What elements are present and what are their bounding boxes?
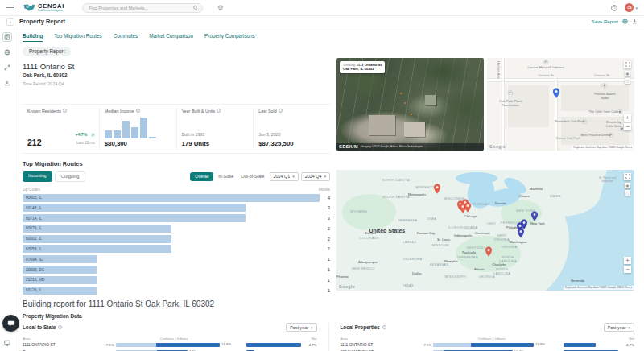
- download-icon[interactable]: [632, 19, 638, 24]
- search-box[interactable]: [82, 3, 203, 13]
- migration-row[interactable]: 07094, NJ1: [23, 255, 330, 263]
- trend-up-icon: [91, 133, 95, 137]
- gear-icon[interactable]: [217, 4, 223, 11]
- zoom-out-button[interactable]: −: [624, 266, 631, 273]
- net-cell: 4.7%: [246, 343, 317, 347]
- info-icon[interactable]: [279, 109, 283, 113]
- migration-row[interactable]: 60714, IL3: [23, 214, 330, 222]
- zip-bar[interactable]: 20008, DC: [23, 266, 97, 274]
- street-map[interactable]: Ontario StOntario StHarlem AveLauren Mar…: [487, 58, 634, 151]
- poi-label[interactable]: Encore by Little Gem: [604, 121, 625, 129]
- poi-label[interactable]: Oak Park Place Townhomes: [499, 100, 522, 108]
- report-type-chip[interactable]: Property Report: [23, 47, 71, 56]
- zip-bar[interactable]: 60126, IL: [23, 287, 97, 295]
- us-migration-map[interactable]: United StatesMinneapolisChicagoKansas Ci…: [336, 170, 634, 291]
- poi-label[interactable]: The Little Gem Cafe: [588, 110, 618, 114]
- migration-row[interactable]: 20008, DC1: [23, 266, 330, 274]
- toggle-outgoing[interactable]: Outgoing: [55, 171, 86, 182]
- tab-building[interactable]: Building: [23, 33, 43, 42]
- migration-pin-blue[interactable]: [531, 211, 539, 221]
- account-menu[interactable]: CS: [625, 3, 638, 12]
- brand-logo[interactable]: CENSAI Real Estate Intelligence: [23, 3, 64, 13]
- migration-pin-blue[interactable]: [518, 228, 525, 238]
- migration-row[interactable]: 60126, IL1: [23, 287, 330, 295]
- migration-row[interactable]: 60558, IL2: [23, 245, 330, 253]
- map-layers-icon[interactable]: ▣: [625, 71, 630, 76]
- property-pin-icon[interactable]: [553, 88, 560, 98]
- property-city: Oak Park, IL 60302: [23, 72, 330, 78]
- quarter-from-select[interactable]: 2024 Q1: [270, 172, 299, 181]
- tab-market-comparison[interactable]: Market Comparison: [149, 33, 193, 42]
- fullscreen-button[interactable]: [624, 173, 631, 180]
- toggle-incoming[interactable]: Incoming: [23, 171, 52, 182]
- migration-row[interactable]: 60076, IL2: [23, 225, 330, 233]
- migration-pin-red[interactable]: [434, 184, 441, 194]
- zip-bar[interactable]: 21218, MD: [23, 276, 97, 284]
- aerial-3d-map[interactable]: Viewing 1111 Ontario St Oak Park, IL 603…: [336, 58, 484, 151]
- menu-icon[interactable]: [6, 6, 14, 10]
- moves-value: 3: [320, 216, 330, 221]
- fullscreen-button[interactable]: [624, 61, 631, 68]
- map-layers-icon[interactable]: ▣: [625, 183, 630, 188]
- viewing-overlay: Viewing 1111 Ontario St Oak Park, IL 603…: [340, 61, 385, 74]
- table-row[interactable]: 1111 ONTARIO ST7.1%11.8%4.7%: [23, 343, 317, 347]
- info-icon[interactable]: [217, 109, 221, 113]
- timeframe-select[interactable]: Past year: [604, 323, 634, 332]
- info-icon[interactable]: [58, 325, 62, 329]
- tab-commutes[interactable]: Commutes: [114, 33, 138, 42]
- scope-out-of-state[interactable]: Out-of-State: [238, 172, 266, 180]
- migration-row[interactable]: 21218, MD1: [23, 276, 330, 284]
- migration-row[interactable]: 60005, IL4: [23, 194, 330, 202]
- migration-pin-red[interactable]: [464, 202, 471, 213]
- zip-bar[interactable]: 60076, IL: [23, 225, 171, 233]
- migration-row[interactable]: 60002, IL2: [23, 235, 330, 243]
- quarter-to-select[interactable]: 2024 Q4: [301, 172, 330, 181]
- direction-toggle: IncomingOutgoing: [23, 171, 85, 182]
- migration-row[interactable]: 60148, IL3: [23, 204, 330, 212]
- rail-item-routes[interactable]: [2, 63, 12, 72]
- poi-label[interactable]: Petrizio Baletti Salon: [590, 93, 620, 101]
- zoom-out-button[interactable]: −: [624, 123, 631, 130]
- poi-label[interactable]: Best Practice Dental: [581, 134, 611, 138]
- tab-top-migration-routes[interactable]: Top Migration Routes: [54, 33, 102, 42]
- scope-overall[interactable]: Overall: [190, 172, 213, 181]
- poi-label[interactable]: Rotary Oak Park: [556, 137, 580, 141]
- pegman-icon[interactable]: ▢: [625, 190, 630, 196]
- timeframe-select[interactable]: Past year: [286, 323, 316, 332]
- zoom-in-button[interactable]: +: [624, 257, 631, 264]
- avatar[interactable]: CS: [625, 3, 634, 12]
- rail-item-globe[interactable]: [2, 47, 12, 57]
- globe-icon[interactable]: [622, 19, 628, 24]
- help-icon[interactable]: [611, 5, 617, 11]
- info-icon[interactable]: [382, 325, 386, 329]
- pegman-icon[interactable]: ▢: [625, 78, 630, 84]
- map-attribution[interactable]: Keyboard shortcuts Map data ©2025 Google…: [564, 286, 634, 290]
- chat-widget-button[interactable]: [2, 315, 19, 332]
- save-report-button[interactable]: Save Report: [592, 19, 618, 24]
- search-icon[interactable]: [193, 6, 198, 10]
- poi-marker-icon[interactable]: [544, 60, 548, 64]
- rail-item-monitor[interactable]: [2, 338, 12, 348]
- map-attribution[interactable]: Keyboard shortcuts Map data ©2025 Google…: [572, 146, 634, 150]
- info-icon[interactable]: [63, 109, 67, 113]
- collapse-panel-button[interactable]: [6, 18, 14, 26]
- zip-bar[interactable]: 60714, IL: [23, 214, 246, 222]
- info-icon[interactable]: [136, 109, 140, 113]
- migration-pin-red[interactable]: [485, 246, 492, 257]
- tab-property-comparisons[interactable]: Property Comparisons: [204, 33, 255, 42]
- zip-bar[interactable]: 60148, IL: [23, 204, 246, 212]
- zoom-in-button[interactable]: +: [624, 114, 631, 122]
- scope-in-state[interactable]: In-State: [216, 172, 236, 180]
- poi-marker-icon[interactable]: [603, 84, 607, 88]
- poi-marker-icon[interactable]: [509, 91, 513, 95]
- zip-bar[interactable]: 60002, IL: [23, 235, 171, 243]
- table-row[interactable]: 1111 ONTARIO ST7.1%11.8%4.7%: [341, 343, 635, 347]
- zip-bar[interactable]: 60005, IL: [23, 194, 320, 202]
- poi-label[interactable]: Brookdale Oak Park: [555, 120, 584, 124]
- rail-item-report[interactable]: [2, 32, 12, 42]
- poi-label[interactable]: Lauren Marshall Interiors: [528, 66, 564, 70]
- zip-bar[interactable]: 07094, NJ: [23, 255, 97, 263]
- zip-bar[interactable]: 60558, IL: [23, 245, 171, 253]
- search-input[interactable]: [87, 5, 193, 11]
- rail-item-downloads[interactable]: [2, 78, 12, 88]
